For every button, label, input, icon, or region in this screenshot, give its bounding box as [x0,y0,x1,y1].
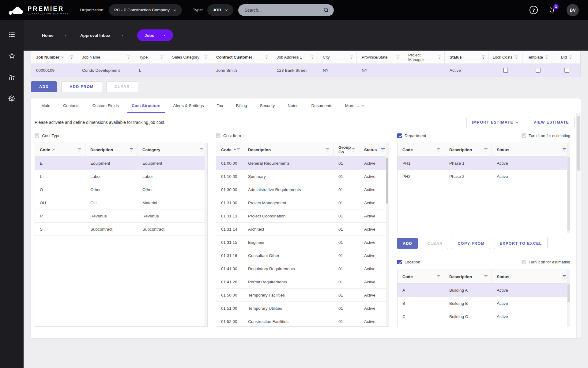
tab-notes[interactable]: Notes [283,99,303,113]
table-row[interactable]: OHOHMaterial [35,196,207,209]
workspace-tab-home[interactable]: Home × [42,33,67,38]
avatar[interactable]: BV [567,4,579,16]
table-row[interactable]: BBuilding BActive [398,297,570,310]
search-input[interactable] [244,8,318,13]
table-row[interactable]: 01 52 00Construction Facilities01Active [216,315,389,327]
cost-type-col-category[interactable]: Category [138,143,207,156]
filter-icon[interactable] [204,56,208,59]
table-row[interactable]: 01 31 16Consultant Other01Active [216,249,389,262]
close-icon[interactable]: × [163,33,166,38]
table-row[interactable]: 01 50 00Temporary Facilities01Active [216,289,389,302]
filter-icon[interactable] [77,148,81,151]
tab-tax[interactable]: Tax [212,99,227,113]
column-header-status[interactable]: Status [445,51,489,63]
cost-type-col-code[interactable]: Code [35,143,85,156]
cost-type-col-description[interactable]: Description [85,143,138,156]
table-row[interactable]: LLaborLabor [35,170,207,183]
column-header-province-state[interactable]: Province/State [357,51,403,63]
menu-list-icon[interactable] [8,31,16,39]
scrollbar-track[interactable] [567,270,570,327]
filter-icon[interactable] [569,56,573,59]
favorites-star-icon[interactable] [8,52,16,60]
filter-icon[interactable] [562,275,566,278]
table-row[interactable]: 01 31 13Project Coordination01Active [216,209,389,223]
jobs-grid-selected-row[interactable]: 00000109 Condo Development L John Smith … [31,64,580,77]
table-row[interactable]: 01 41 00Regulatory Requirements01Active [216,262,389,275]
filter-icon[interactable] [396,56,400,59]
filter-icon[interactable] [381,148,385,151]
column-header-sales-category[interactable]: Sales Category [167,51,211,63]
column-header-bid[interactable]: Bid [553,51,580,63]
filter-icon[interactable] [349,56,353,59]
column-header-job-address-1[interactable]: Job Address 1 [272,51,318,63]
brand-logo[interactable]: PREMIER CONSTRUCTION SOFTWARE [9,5,69,15]
settings-gear-icon[interactable] [8,94,16,102]
filter-icon[interactable] [514,56,518,59]
scrollbar-track[interactable] [386,143,389,326]
add-button[interactable]: ADD [31,81,57,92]
table-row[interactable]: PH1Phase 1Active [398,157,570,170]
tab-more[interactable]: More ... [341,99,368,113]
table-row[interactable]: 01 31 15Engineer01Active [216,236,389,249]
help-icon[interactable]: ? [530,6,538,14]
notifications-bell[interactable]: 1 [548,6,556,14]
filter-icon[interactable] [351,148,355,151]
close-icon[interactable]: × [121,33,124,38]
table-row[interactable]: OOtherOther [35,183,207,196]
department-col-code[interactable]: Code [398,143,444,156]
reports-chart-icon[interactable] [8,73,16,81]
table-row[interactable]: RRevenueRevenue [35,209,207,223]
column-header-job-name[interactable]: Job Name [77,51,134,63]
filter-icon[interactable] [130,148,134,151]
location-col-description[interactable]: Description [444,270,492,283]
table-row[interactable]: ABuilding AActive [398,284,570,297]
column-header-lock-costs[interactable]: Lock Costs [489,51,522,63]
workspace-tab-approval-inbox[interactable]: Approval Inbox × [80,33,124,38]
filter-icon[interactable] [562,148,566,151]
filter-icon[interactable] [481,56,485,59]
filter-icon[interactable] [436,275,440,278]
table-row[interactable]: 01 41 26Permit Requirements01Active [216,275,389,289]
filter-icon[interactable] [311,56,315,59]
column-header-contract-customer[interactable]: Contract Customer [211,51,272,63]
table-row[interactable]: SSubcontractSubcontract [35,223,207,236]
table-row[interactable]: 01 30 00Administrative Requirements01Act… [216,183,389,196]
tab-security[interactable]: Security [255,99,279,113]
add-from-button[interactable]: ADD FROM [61,81,102,92]
tab-alerts-settings[interactable]: Alerts & Settings [169,99,208,113]
table-row[interactable]: 01 31 14Architect01Active [216,223,389,236]
filter-icon[interactable] [200,148,204,151]
organization-select[interactable]: PC - P Construction Company [109,4,182,16]
department-checkbox[interactable] [397,133,402,138]
cost-item-col-description[interactable]: Description [243,143,334,156]
filter-icon[interactable] [436,148,440,151]
department-col-description[interactable]: Description [444,143,492,156]
department-add-button[interactable]: ADD [397,238,418,249]
page-scrollbar[interactable] [576,113,581,338]
column-header-city[interactable]: City [318,51,357,63]
cost-item-col-status[interactable]: Status [359,143,389,156]
scrollbar-track[interactable] [567,143,570,233]
export-to-excel-button[interactable]: EXPORT TO EXCEL [494,238,547,249]
tab-custom-fields[interactable]: Custom Fields [88,99,123,113]
department-col-status[interactable]: Status [492,143,570,156]
search-icon[interactable] [323,7,329,13]
global-search[interactable] [238,4,334,16]
close-icon[interactable]: × [65,33,67,38]
filter-icon[interactable] [160,56,164,59]
scrollbar-thumb[interactable] [567,284,570,302]
column-header-type[interactable]: Type [134,51,167,63]
tab-contacts[interactable]: Contacts [59,99,84,113]
bid-checkbox[interactable] [564,68,569,73]
location-col-status[interactable]: Status [492,270,570,283]
table-row[interactable]: EEquipmentEquipment [35,157,207,170]
cost-item-col-group-co[interactable]: Group Co [334,143,359,156]
filter-icon[interactable] [265,56,269,59]
filter-icon[interactable] [545,56,549,59]
location-checkbox[interactable] [397,260,402,264]
column-header-project-manager[interactable]: Project Manager [403,51,445,63]
filter-icon[interactable] [484,275,488,278]
filter-icon[interactable] [437,56,441,59]
table-row[interactable]: 01 51 00Temporary Utilities01Active [216,302,389,315]
table-row[interactable]: PH2Phase 2Active [398,170,570,183]
